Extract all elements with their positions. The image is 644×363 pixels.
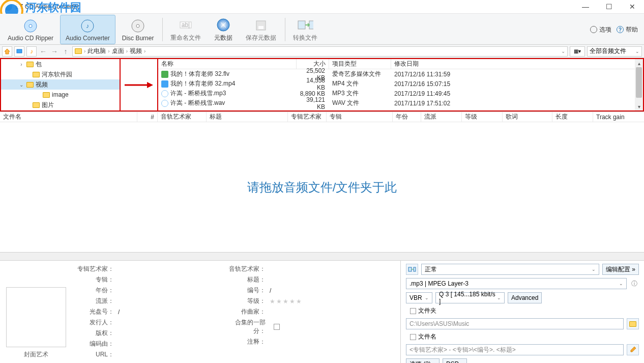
horizontal-scrollbar[interactable] <box>0 253 644 261</box>
app-title: EZ CD Audio Converter <box>15 3 574 10</box>
minimize-button[interactable]: — <box>574 0 597 14</box>
edit-filename-button[interactable] <box>627 344 639 355</box>
th-title[interactable]: 标题 <box>207 112 288 122</box>
file-row[interactable]: 许嵩 - 断桥残雪.wav39,121 KBWAV 文件2017/11/19 1… <box>158 98 643 108</box>
compilation-checkbox[interactable] <box>274 324 280 330</box>
th-track-gain[interactable]: Track gain <box>593 112 644 122</box>
scroll-up-icon[interactable]: ▴ <box>635 59 643 67</box>
audio-converter-tab[interactable]: ♪ Audio Converter <box>60 15 115 44</box>
svg-point-5 <box>136 24 139 27</box>
metadata-icon <box>215 17 231 33</box>
tree-item-tupian[interactable]: 图片 <box>1 100 120 110</box>
ribbon-toolbar: Audio CD Ripper ♪ Audio Converter Disc B… <box>0 14 644 45</box>
view-mode-button[interactable]: ▦▾ <box>570 46 585 57</box>
format-select[interactable]: .mp3 | MPEG Layer-3⌄ <box>406 278 627 289</box>
file-icon <box>161 71 168 78</box>
cd-ripper-icon <box>22 18 39 34</box>
cover-art-label: 封面艺术 <box>6 350 66 359</box>
svg-rect-11 <box>298 21 305 29</box>
breadcrumb[interactable]: › 此电脑› 桌面› 视频› ⌄ <box>72 46 568 57</box>
tree-item-hedong[interactable]: 河东软件园 <box>1 69 120 79</box>
advanced-button[interactable]: Advanced <box>508 292 542 303</box>
dsp-button[interactable]: DSP » <box>443 358 467 363</box>
disc-burner-icon <box>130 18 146 34</box>
folder-tree: ›包 河东软件园 ⌄视频 image 图片 <box>0 58 121 111</box>
drop-zone[interactable]: 请拖放音频文件/文件夹于此 <box>0 122 644 253</box>
maximize-button[interactable]: ☐ <box>597 0 621 14</box>
edit-config-button[interactable]: 编辑配置 » <box>602 264 639 275</box>
filename-input[interactable]: <专辑艺术家> - <专辑>\<编号>. <标题> <box>406 344 624 355</box>
track-list-header: 文件名 # 音轨艺术家 标题 专辑艺术家 专辑 年份 流派 等级 歌词 长度 T… <box>0 112 644 122</box>
svg-rect-13 <box>17 49 22 53</box>
th-genre[interactable]: 流派 <box>421 112 462 122</box>
red-arrow-annotation <box>121 58 157 111</box>
folder-checkbox[interactable] <box>410 308 416 314</box>
help-icon: ? <box>617 26 624 33</box>
gear-icon <box>590 26 597 33</box>
file-list: 名称 大小 项目类型 修改日期 我的！体育老师 32.flv25,502 KB爱… <box>157 58 644 111</box>
file-row[interactable]: 我的！体育老师 32.mp414,558 KBMP4 文件2017/12/16 … <box>158 79 643 89</box>
mode-select[interactable]: 正常⌄ <box>421 264 599 275</box>
save-metadata-button[interactable]: 保存元数据 <box>240 15 282 44</box>
th-album[interactable]: 专辑 <box>327 112 393 122</box>
file-browser: ›包 河东软件园 ⌄视频 image 图片 名称 大小 项目类型 修改日期 我的… <box>0 58 644 112</box>
th-lyrics[interactable]: 歌词 <box>503 112 552 122</box>
help-link[interactable]: ?帮助 <box>617 25 638 34</box>
rename-button[interactable]: ab| 重命名文件 <box>165 15 207 44</box>
audio-cd-ripper-tab[interactable]: Audio CD Ripper <box>2 15 59 44</box>
svg-text:♪: ♪ <box>86 22 89 30</box>
file-icon <box>161 90 168 97</box>
file-icon <box>161 100 168 107</box>
th-year[interactable]: 年份 <box>393 112 421 122</box>
options-link[interactable]: 选项 <box>590 25 611 34</box>
th-track-artist[interactable]: 音轨艺术家 <box>158 112 207 122</box>
music-button[interactable]: ♪ <box>26 46 37 57</box>
save-icon <box>253 17 269 33</box>
tree-item-image[interactable]: image <box>1 90 120 100</box>
svg-rect-15 <box>408 267 412 271</box>
rating-stars[interactable]: ★★★★★ <box>270 298 303 305</box>
th-length[interactable]: 长度 <box>552 112 593 122</box>
col-name[interactable]: 名称 <box>158 59 297 69</box>
cover-art[interactable] <box>6 287 66 347</box>
close-button[interactable]: ✕ <box>621 0 644 14</box>
svg-point-1 <box>29 24 32 27</box>
file-list-scrollbar[interactable]: ▴ ▾ <box>635 59 643 110</box>
nav-back[interactable]: ← <box>39 47 48 56</box>
quality-select[interactable]: Q 3 [ 145...185 kbit/s ]⌄ <box>435 292 505 303</box>
filter-dropdown[interactable]: 全部音频文件⌄ <box>587 46 642 57</box>
tree-item-shipin[interactable]: ⌄视频 <box>1 79 120 90</box>
svg-text:ab|: ab| <box>182 21 190 29</box>
info-icon[interactable]: ⓘ <box>630 280 639 288</box>
file-row[interactable]: 我的！体育老师 32.flv25,502 KB爱奇艺多媒体文件2017/12/1… <box>158 69 643 79</box>
vbr-select[interactable]: VBR⌄ <box>406 292 432 303</box>
th-album-artist[interactable]: 专辑艺术家 <box>288 112 327 122</box>
options-button[interactable]: 选项 (2) » <box>406 358 440 363</box>
col-type[interactable]: 项目类型 <box>329 59 391 69</box>
svg-rect-10 <box>258 26 264 29</box>
convert-button[interactable]: 转换文件 <box>287 15 323 44</box>
svg-rect-16 <box>414 267 416 271</box>
metadata-button[interactable]: 元数据 <box>208 15 239 44</box>
th-num[interactable]: # <box>137 112 158 122</box>
browse-folder-button[interactable] <box>627 318 639 329</box>
nav-forward[interactable]: → <box>50 47 59 56</box>
copy-mode-icon-button[interactable] <box>406 264 418 275</box>
col-date[interactable]: 修改日期 <box>391 59 643 69</box>
file-row[interactable]: 许嵩 - 断桥残雪.mp38,890 KBMP3 文件2017/12/19 11… <box>158 89 643 98</box>
metadata-panel: 封面艺术 专辑艺术家： 专辑： 年份： 流派： 光盘号：/ 发行人： 版权： 编… <box>0 261 401 363</box>
home-button[interactable] <box>2 46 12 57</box>
file-list-header: 名称 大小 项目类型 修改日期 <box>158 59 643 69</box>
th-rating[interactable]: 等级 <box>462 112 503 122</box>
scroll-thumb[interactable] <box>636 67 642 98</box>
folder-input[interactable]: C:\Users\ASUS\Music <box>406 318 624 329</box>
address-bar: ♪ ← → ↑ › 此电脑› 桌面› 视频› ⌄ ▦▾ 全部音频文件⌄ <box>0 45 644 58</box>
scroll-down-icon[interactable]: ▾ <box>635 102 643 110</box>
nav-up[interactable]: ↑ <box>61 47 70 56</box>
encoder-panel: 正常⌄ 编辑配置 » .mp3 | MPEG Layer-3⌄ ⓘ VBR⌄ Q… <box>401 261 644 363</box>
tree-item-bao[interactable]: ›包 <box>1 59 120 69</box>
desktop-button[interactable] <box>14 46 24 57</box>
th-filename[interactable]: 文件名 <box>0 112 137 122</box>
disc-burner-tab[interactable]: Disc Burner <box>116 15 160 44</box>
filename-checkbox[interactable] <box>410 334 416 340</box>
